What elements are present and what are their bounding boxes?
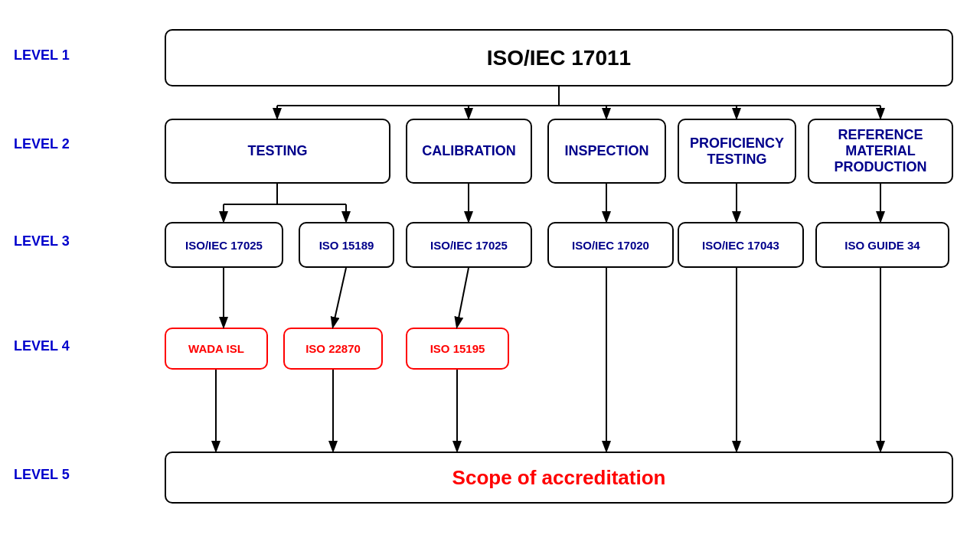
level5-label: LEVEL 5 xyxy=(14,467,70,483)
box-iso22870: ISO 22870 xyxy=(283,328,383,370)
box-inspection: INSPECTION xyxy=(547,119,666,184)
box-wada: WADA ISL xyxy=(165,328,268,370)
box-scope: Scope of accreditation xyxy=(165,452,953,504)
box-proficiency: PROFICIENCY TESTING xyxy=(678,119,796,184)
box-reference: REFERENCE MATERIAL PRODUCTION xyxy=(808,119,953,184)
level1-label: LEVEL 1 xyxy=(14,47,70,64)
box-testing: TESTING xyxy=(165,119,390,184)
diagram: LEVEL 1 LEVEL 2 LEVEL 3 LEVEL 4 LEVEL 5 … xyxy=(0,0,980,551)
level4-label: LEVEL 4 xyxy=(14,338,70,354)
box-iso17011: ISO/IEC 17011 xyxy=(165,29,953,86)
box-iso17025a: ISO/IEC 17025 xyxy=(165,222,283,268)
level2-label: LEVEL 2 xyxy=(14,136,70,152)
box-iso17025b: ISO/IEC 17025 xyxy=(406,222,532,268)
box-iso17020: ISO/IEC 17020 xyxy=(547,222,674,268)
box-iso15195: ISO 15195 xyxy=(406,328,509,370)
box-iso17043: ISO/IEC 17043 xyxy=(678,222,804,268)
box-isoguide34: ISO GUIDE 34 xyxy=(815,222,949,268)
svg-line-17 xyxy=(457,268,469,326)
box-iso15189: ISO 15189 xyxy=(299,222,394,268)
level3-label: LEVEL 3 xyxy=(14,233,70,249)
box-calibration: CALIBRATION xyxy=(406,119,532,184)
svg-line-16 xyxy=(333,268,346,326)
